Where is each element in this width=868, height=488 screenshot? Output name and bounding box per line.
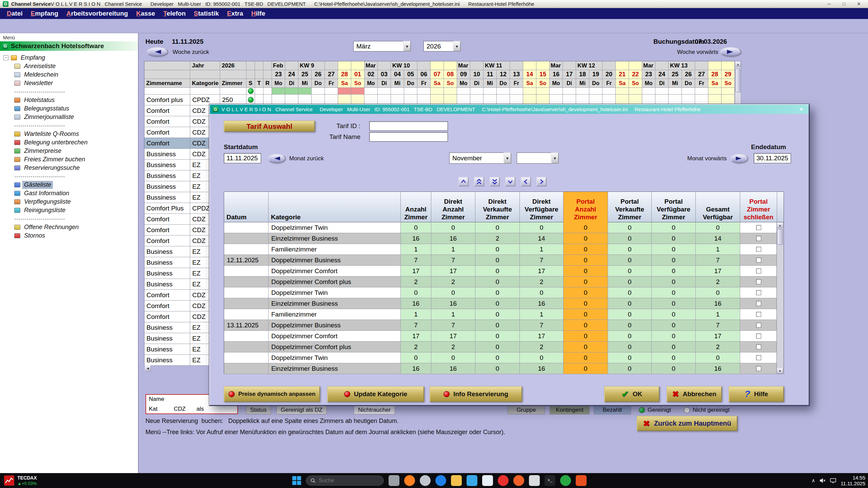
menu-item-extra[interactable]: Extra [223, 10, 248, 17]
sidebar-item-belegung-unterbrechen[interactable]: Belegung unterbrechen [3, 138, 138, 147]
chevron-down-icon[interactable]: ▼ [453, 41, 461, 52]
taskbar-search[interactable] [306, 475, 384, 486]
ok-button[interactable]: ✔ OK [604, 386, 659, 402]
sidebar-item-offene-rechnungen[interactable]: Offene Rechnungen [3, 223, 138, 231]
menu-item-empfang[interactable]: Empfang [26, 10, 62, 17]
opera-icon[interactable] [498, 475, 509, 486]
tarif-table-row[interactable]: Einzelzimmer Business161601600016 [224, 298, 784, 309]
menu-item-arbeitsvorbereitung[interactable]: Arbeitsvorbereitung [62, 10, 132, 17]
year-dropdown[interactable]: 2026 ▼ [423, 41, 461, 52]
update-kategorie-button[interactable]: Update Kategorie [327, 386, 424, 402]
firefox-icon[interactable] [404, 475, 415, 486]
monat-zurueck-button[interactable] [268, 154, 285, 163]
tarif-table-row[interactable]: Einzelzimmer Business161621400014 [224, 233, 784, 244]
portal-close-checkbox[interactable] [756, 268, 761, 273]
tarif-table-row[interactable]: Doppelzimmer Comfort171701700017 [224, 266, 784, 277]
chevron-down-icon[interactable] [505, 177, 515, 186]
portal-close-checkbox[interactable] [756, 355, 761, 360]
search-input[interactable] [319, 477, 373, 484]
info-reservierung-button[interactable]: Info Reservierung [430, 386, 522, 402]
minimize-icon[interactable]: ─ [823, 1, 835, 7]
mail-icon[interactable] [467, 475, 477, 486]
tecdax-widget[interactable]: TECDAX ▲+0.03% [0, 475, 41, 486]
portal-close-checkbox[interactable] [756, 247, 761, 252]
tarif-table-row[interactable]: 13.11.2025Doppelzimmer Business77070007 [224, 320, 784, 331]
taskbar-clock[interactable]: 14:55 11.11.2025 [841, 475, 865, 486]
portal-close-checkbox[interactable] [756, 312, 761, 317]
green-app-icon[interactable] [560, 475, 571, 486]
sidebar-item-zimmerjournalliste[interactable]: Zimmerjournalliste [3, 113, 138, 121]
tarif-table-row[interactable]: Doppelzimmer Comfort plus22020002 [224, 277, 784, 287]
portal-close-checkbox[interactable] [756, 258, 761, 263]
dialog-second-dropdown[interactable]: ▼ [517, 152, 559, 164]
close-icon[interactable]: ✕ [852, 1, 865, 7]
chevron-down-icon[interactable]: ▼ [403, 41, 411, 52]
scroll-up-icon[interactable]: ▲ [777, 222, 783, 228]
calendar-icon[interactable] [482, 475, 493, 486]
back-to-main-menu-button[interactable]: ✖ Zurück zum Hauptmenü [637, 416, 737, 431]
tarif-table-row[interactable]: Doppelzimmer Twin00000000 [224, 352, 784, 363]
journal-row[interactable] [144, 88, 735, 95]
sidebar-item-reservierungssuche[interactable]: Reservierungssuche [3, 164, 138, 172]
portal-close-checkbox[interactable] [756, 236, 761, 241]
sidebar-item-freies-zimmer-buchen[interactable]: Freies Zimmer buchen [3, 155, 138, 164]
sidebar-item-belegungsstatus[interactable]: Belegungsstatus [3, 104, 138, 113]
sidebar-item-meldeschein[interactable]: Meldeschein [3, 70, 138, 79]
menu-item-datei[interactable]: Datei [3, 10, 26, 17]
monat-vorwaerts-button[interactable] [730, 154, 748, 163]
maximize-icon[interactable]: □ [837, 1, 850, 7]
red-app-icon[interactable] [576, 475, 587, 486]
tarif-table-row[interactable]: 12.11.2025Doppelzimmer Business77070007 [224, 255, 784, 266]
scroll-up-icon[interactable]: ▲ [735, 61, 741, 67]
chevron-down-icon[interactable]: ▼ [551, 152, 559, 164]
tarif-table-row[interactable]: Doppelzimmer Comfort plus22020002 [224, 342, 784, 352]
scroll-thumb[interactable] [777, 229, 783, 245]
scroll-thumb[interactable] [735, 68, 741, 92]
windows-start-icon[interactable] [292, 476, 301, 485]
portal-close-checkbox[interactable] [756, 323, 761, 328]
preise-dynamisch-anpassen-button[interactable]: Preise dynamisch anpassen [224, 386, 320, 402]
sidebar-item-anreiseliste[interactable]: Anreiseliste [3, 62, 138, 70]
menu-item-telefon[interactable]: Telefon [159, 10, 190, 17]
speaker-muted-icon[interactable] [820, 478, 826, 483]
sidebar-item-zimmerpreise[interactable]: Zimmerpreise [3, 147, 138, 155]
sidebar-item-gaesteliste[interactable]: Gästeliste [3, 181, 138, 189]
abbrechen-button[interactable]: ✖ Abbrechen [667, 386, 722, 402]
dialog-close-icon[interactable]: ✕ [796, 106, 806, 113]
tarif-table-row[interactable]: Doppelzimmer Twin00000000 [224, 222, 784, 233]
portal-close-checkbox[interactable] [756, 290, 761, 295]
tarif-name-input[interactable] [369, 132, 448, 142]
sidebar-item-gast-information[interactable]: Gast Information [3, 189, 138, 198]
tarif-table-row[interactable]: Familienzimmer11010001 [224, 244, 784, 255]
sidebar-item-hotelstatus[interactable]: Hotelstatus [3, 96, 138, 104]
portal-close-checkbox[interactable] [756, 366, 761, 371]
endedatum-input[interactable]: 30.11.2025 [754, 153, 791, 163]
window-app-icon[interactable] [389, 475, 399, 486]
display-icon[interactable] [830, 478, 836, 483]
portal-close-checkbox[interactable] [756, 301, 761, 306]
gear-icon[interactable] [420, 475, 431, 486]
sidebar-item-stornos[interactable]: Stornos [3, 231, 138, 240]
chevron-double-down-icon[interactable] [490, 177, 500, 186]
hilfe-button[interactable]: ? Hilfe [729, 386, 784, 402]
dialog-month-dropdown[interactable]: November ▼ [449, 152, 511, 164]
menu-item-hilfe[interactable]: Hilfe [247, 10, 269, 17]
orange-app-icon[interactable] [513, 475, 524, 486]
expand-toggle-icon[interactable]: − [3, 55, 8, 60]
sidebar-item-warteliste-q-rooms[interactable]: Warteliste Q-Rooms [3, 130, 138, 138]
menu-item-kasse[interactable]: Kasse [132, 10, 159, 17]
sidebar-item-reinigungsliste[interactable]: Reinigungsliste [3, 206, 138, 215]
portal-close-checkbox[interactable] [756, 333, 761, 339]
tarif-table-row[interactable]: Einzelzimmer Business161601600016 [224, 363, 784, 374]
tarif-table-row[interactable]: Doppelzimmer Comfort171701700017 [224, 331, 784, 342]
chevron-double-up-icon[interactable] [474, 177, 484, 186]
tray-expand-icon[interactable]: ∧ [811, 477, 815, 484]
menu-item-statistik[interactable]: Statistik [190, 10, 223, 17]
sidebar-item-newsletter[interactable]: Newsletter [3, 79, 138, 87]
tarif-table-scrollbar[interactable]: ▲ ▼ [776, 222, 784, 374]
scroll-down-icon[interactable]: ▼ [777, 368, 783, 374]
tarif-table-row[interactable]: Familienzimmer11010001 [224, 309, 784, 320]
week-back-button[interactable] [147, 47, 168, 56]
terminal-icon[interactable]: >_ [545, 475, 555, 486]
chevron-down-icon[interactable]: ▼ [504, 152, 511, 164]
